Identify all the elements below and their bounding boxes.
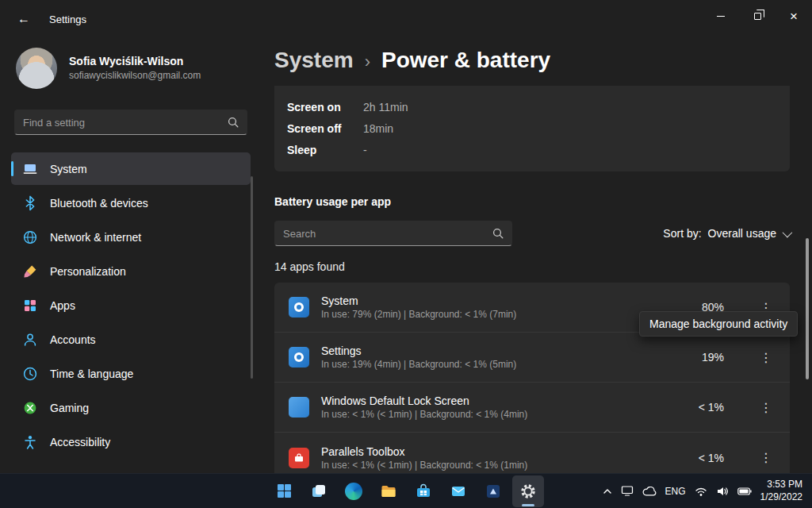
app-search-input[interactable] — [283, 228, 492, 240]
onedrive-button[interactable] — [642, 487, 657, 496]
apps-grid-icon — [22, 298, 38, 314]
store-icon — [415, 483, 432, 500]
apps-found-count: 14 apps found — [274, 260, 790, 273]
app-percent: 19% — [691, 351, 724, 364]
clock-date: 1/29/2022 — [760, 491, 802, 504]
network-icon — [695, 486, 707, 497]
sidebar-item-system[interactable]: System — [11, 152, 251, 185]
stat-label: Sleep — [287, 144, 363, 156]
battery-button[interactable] — [737, 487, 752, 495]
avatar — [16, 48, 57, 89]
chevron-down-icon — [783, 227, 793, 237]
main-scrollbar[interactable] — [806, 238, 809, 379]
app-title: Settings — [49, 13, 86, 25]
sort-by-value: Overall usage — [708, 227, 776, 240]
speaker-icon — [716, 486, 729, 497]
search-icon — [492, 228, 504, 239]
language-indicator[interactable]: ENG — [665, 486, 686, 497]
app-name: Windows Default Lock Screen — [321, 394, 527, 407]
app-details: In use: < 1% (< 1min) | Background: < 1%… — [321, 460, 527, 471]
sidebar-item-time-language[interactable]: Time & language — [11, 357, 251, 390]
stat-label: Screen off — [287, 122, 363, 135]
chevron-up-icon — [603, 487, 612, 495]
app-name: Settings — [321, 344, 516, 357]
sidebar-item-apps[interactable]: Apps — [11, 289, 251, 321]
sidebar-item-label: Apps — [50, 299, 75, 312]
sidebar-item-accounts[interactable]: Accounts — [11, 323, 251, 356]
sidebar-item-label: Accounts — [50, 333, 96, 346]
window-controls: × — [703, 0, 812, 32]
kebab-icon: ⋮ — [760, 451, 772, 464]
task-view-icon — [310, 483, 327, 500]
sidebar-nav: System Bluetooth & devices Network & int… — [11, 152, 251, 458]
profile-card[interactable]: Sofia Wyciślik-Wilson sofiawycislikwilso… — [16, 48, 246, 89]
accessibility-icon — [22, 434, 38, 450]
sidebar-item-label: Network & internet — [50, 231, 141, 244]
sidebar-item-bluetooth-devices[interactable]: Bluetooth & devices — [11, 187, 251, 219]
person-icon — [22, 332, 38, 348]
sidebar-item-label: Bluetooth & devices — [50, 197, 148, 210]
app-name: System — [321, 294, 516, 307]
stat-row: Screen off 18min — [287, 117, 777, 139]
system-app-icon — [289, 297, 309, 318]
start-button[interactable] — [268, 475, 300, 507]
parallels-toolbox-app-icon — [289, 448, 309, 468]
sidebar-item-accessibility[interactable]: Accessibility — [11, 425, 251, 458]
pinned-app-icon — [485, 483, 502, 500]
tray-device-button[interactable] — [621, 485, 634, 497]
back-button[interactable]: ← — [10, 6, 38, 32]
app-menu-button[interactable]: ⋮ — [756, 446, 776, 470]
folder-icon — [380, 483, 397, 500]
app-details: In use: < 1% (< 1min) | Background: < 1%… — [321, 409, 527, 420]
sort-by-dropdown[interactable]: Sort by: Overall usage — [663, 227, 790, 240]
sidebar-item-label: System — [50, 163, 87, 175]
restore-icon — [754, 13, 761, 20]
app-details: In use: 79% (2min) | Background: < 1% (7… — [321, 309, 516, 320]
microsoft-store-button[interactable] — [408, 475, 439, 507]
network-button[interactable] — [695, 486, 707, 497]
breadcrumb: System › Power & battery — [274, 48, 790, 73]
edge-icon — [345, 483, 362, 500]
stat-label: Screen on — [287, 101, 363, 114]
pinned-app-button[interactable] — [477, 475, 509, 507]
mail-icon — [450, 483, 467, 500]
maximize-button[interactable] — [739, 0, 776, 32]
main-content: System › Power & battery Screen on 2h 11… — [262, 38, 812, 473]
page-title: Power & battery — [381, 48, 550, 73]
sidebar-item-gaming[interactable]: Gaming — [11, 391, 251, 424]
profile-email: sofiawycislikwilson@gmail.com — [69, 69, 201, 82]
close-icon: × — [790, 10, 798, 23]
mail-button[interactable] — [442, 475, 474, 507]
windows-logo-icon — [276, 483, 293, 499]
sidebar-scrollbar[interactable] — [251, 176, 253, 379]
minimize-button[interactable] — [703, 0, 739, 32]
app-searchbox — [274, 221, 512, 246]
sidebar: Sofia Wyciślik-Wilson sofiawycislikwilso… — [0, 38, 262, 473]
globe-icon — [22, 229, 38, 245]
find-setting-input[interactable] — [23, 117, 228, 129]
clock[interactable]: 3:53 PM 1/29/2022 — [760, 479, 802, 503]
settings-window: ← Settings × Sofia Wyciślik-Wilson sofia… — [0, 0, 812, 508]
breadcrumb-separator: › — [365, 52, 370, 72]
app-name: Parallels Toolbox — [321, 445, 527, 458]
stat-row: Sleep - — [287, 139, 777, 160]
kebab-icon: ⋮ — [760, 401, 772, 414]
volume-button[interactable] — [716, 486, 729, 497]
hidden-icons-button[interactable] — [603, 487, 612, 495]
app-row-lock-screen: Windows Default Lock Screen In use: < 1%… — [274, 383, 790, 433]
stat-value: 2h 11min — [363, 101, 408, 114]
sidebar-item-personalization[interactable]: Personalization — [11, 255, 251, 287]
app-menu-button[interactable]: ⋮ — [756, 395, 776, 419]
app-percent: < 1% — [691, 401, 724, 414]
sidebar-item-network-internet[interactable]: Network & internet — [11, 221, 251, 253]
xbox-icon — [22, 400, 38, 416]
task-view-button[interactable] — [303, 475, 335, 507]
file-explorer-button[interactable] — [373, 475, 404, 507]
app-menu-button[interactable]: ⋮ — [756, 345, 776, 369]
sidebar-item-label: Accessibility — [50, 436, 110, 448]
breadcrumb-parent[interactable]: System — [274, 48, 354, 73]
close-button[interactable]: × — [776, 0, 812, 32]
gear-icon — [519, 483, 537, 500]
settings-taskbar-button[interactable] — [512, 475, 544, 507]
edge-button[interactable] — [338, 475, 370, 507]
